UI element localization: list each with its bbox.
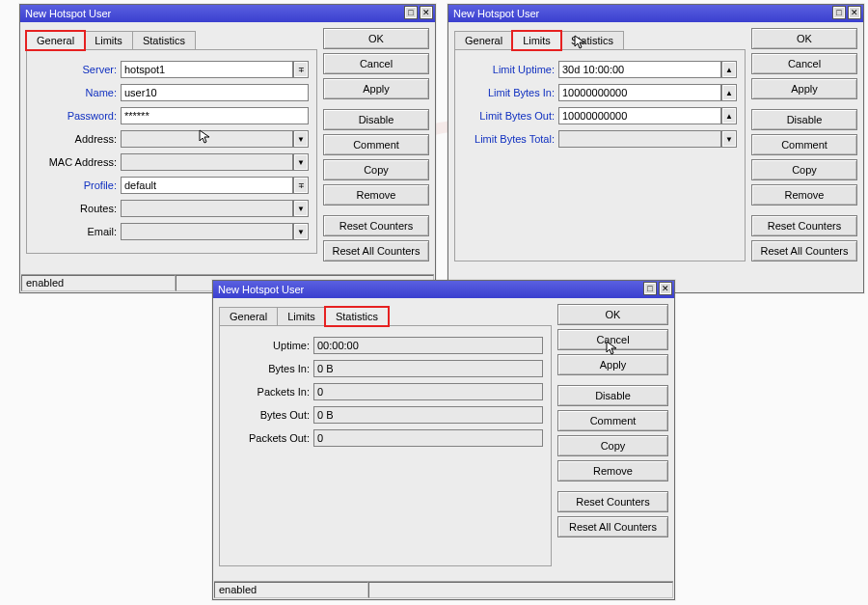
name-input[interactable] [121, 84, 309, 101]
stats-panel: Uptime: Bytes In: Packets In: Bytes Out:… [219, 325, 552, 566]
routes-label: Routes: [35, 203, 117, 214]
remove-button[interactable]: Remove [751, 184, 857, 206]
reset-counters-button[interactable]: Reset Counters [751, 215, 857, 236]
name-label: Name: [35, 87, 117, 98]
copy-button[interactable]: Copy [323, 159, 429, 180]
reset-all-counters-button[interactable]: Reset All Counters [323, 240, 429, 261]
disable-button[interactable]: Disable [557, 385, 668, 406]
reset-counters-button[interactable]: Reset Counters [323, 215, 429, 236]
uptime-label: Uptime: [228, 340, 310, 351]
cancel-button[interactable]: Cancel [751, 53, 857, 74]
window-title: New Hotspot User [25, 8, 111, 19]
minimize-icon[interactable]: □ [643, 282, 657, 295]
reset-all-counters-button[interactable]: Reset All Counters [557, 516, 668, 537]
close-icon[interactable]: ✕ [659, 282, 672, 295]
ok-button[interactable]: OK [751, 28, 857, 49]
limit-bytestotal-input[interactable] [558, 130, 721, 148]
tab-general[interactable]: General [219, 307, 278, 326]
minimize-icon[interactable]: □ [404, 6, 418, 19]
comment-button[interactable]: Comment [751, 134, 857, 155]
packetsin-label: Packets In: [228, 386, 310, 398]
remove-button[interactable]: Remove [557, 460, 668, 481]
tab-bar: General Limits Statistics [219, 304, 552, 325]
status-text: enabled [21, 275, 176, 291]
status-text: enabled [214, 582, 368, 598]
apply-button[interactable]: Apply [751, 78, 857, 99]
email-label: Email: [35, 226, 117, 237]
mac-input[interactable] [121, 153, 293, 171]
titlebar[interactable]: New Hotspot User □ ✕ [213, 281, 674, 298]
chevron-down-icon[interactable]: ▼ [293, 223, 309, 240]
window-general: New Hotspot User □ ✕ General Limits Stat… [19, 4, 436, 293]
server-input[interactable] [121, 61, 293, 78]
limit-bytestotal-label: Limit Bytes Total: [463, 133, 555, 145]
dropdown-icon[interactable]: ∓ [293, 177, 309, 194]
reset-counters-button[interactable]: Reset Counters [557, 491, 668, 512]
tab-general[interactable]: General [454, 31, 513, 50]
limit-uptime-label: Limit Uptime: [463, 64, 555, 75]
tab-bar: General Limits Statistics [26, 28, 317, 49]
chevron-up-icon[interactable]: ▲ [721, 107, 737, 124]
chevron-up-icon[interactable]: ▲ [721, 84, 737, 101]
ok-button[interactable]: OK [557, 304, 668, 325]
bytesout-label: Bytes Out: [228, 409, 310, 421]
packetsin-value [313, 383, 543, 400]
close-icon[interactable]: ✕ [848, 6, 861, 19]
packetsout-value [313, 429, 543, 447]
tab-limits[interactable]: Limits [512, 31, 561, 50]
tab-statistics[interactable]: Statistics [325, 307, 389, 326]
limit-uptime-input[interactable] [558, 61, 721, 78]
comment-button[interactable]: Comment [323, 134, 429, 155]
chevron-up-icon[interactable]: ▲ [721, 61, 737, 78]
general-panel: Server: ∓ Name: Password: Address: ▼ [26, 49, 317, 254]
button-column: OK Cancel Apply Disable Comment Copy Rem… [323, 28, 429, 261]
bytesin-label: Bytes In: [228, 363, 310, 374]
button-column: OK Cancel Apply Disable Comment Copy Rem… [557, 304, 668, 566]
reset-all-counters-button[interactable]: Reset All Counters [751, 240, 857, 261]
remove-button[interactable]: Remove [323, 184, 429, 206]
window-title: New Hotspot User [453, 8, 539, 19]
apply-button[interactable]: Apply [323, 78, 429, 99]
limit-bytesin-input[interactable] [558, 84, 721, 101]
limit-bytesin-label: Limit Bytes In: [463, 87, 555, 98]
limit-bytesout-input[interactable] [558, 107, 721, 124]
tab-limits[interactable]: Limits [84, 31, 133, 50]
minimize-icon[interactable]: □ [832, 6, 846, 19]
server-label: Server: [35, 64, 117, 75]
titlebar[interactable]: New Hotspot User □ ✕ [448, 5, 863, 22]
profile-input[interactable] [121, 177, 293, 194]
tab-limits[interactable]: Limits [277, 307, 326, 326]
chevron-down-icon[interactable]: ▼ [293, 153, 309, 171]
close-icon[interactable]: ✕ [420, 6, 433, 19]
limits-panel: Limit Uptime: ▲ Limit Bytes In: ▲ Limit … [454, 49, 746, 261]
status-bar: enabled [214, 581, 673, 598]
status-empty [368, 582, 673, 598]
disable-button[interactable]: Disable [323, 109, 429, 130]
apply-button[interactable]: Apply [557, 354, 668, 375]
comment-button[interactable]: Comment [557, 410, 668, 431]
window-limits: New Hotspot User □ ✕ General Limits Stat… [448, 4, 864, 293]
password-label: Password: [35, 110, 117, 122]
routes-input[interactable] [121, 200, 293, 217]
disable-button[interactable]: Disable [751, 109, 857, 130]
cancel-button[interactable]: Cancel [557, 329, 668, 350]
chevron-down-icon[interactable]: ▼ [721, 130, 737, 148]
email-input[interactable] [121, 223, 293, 240]
dropdown-icon[interactable]: ∓ [293, 61, 309, 78]
tab-general[interactable]: General [26, 31, 85, 50]
button-column: OK Cancel Apply Disable Comment Copy Rem… [751, 28, 857, 261]
tab-statistics[interactable]: Statistics [132, 31, 196, 50]
copy-button[interactable]: Copy [557, 435, 668, 456]
password-input[interactable] [121, 107, 309, 124]
packetsout-label: Packets Out: [228, 432, 310, 444]
window-statistics: New Hotspot User □ ✕ General Limits Stat… [212, 280, 675, 600]
chevron-down-icon[interactable]: ▼ [293, 130, 309, 148]
tab-statistics[interactable]: Statistics [560, 31, 624, 50]
titlebar[interactable]: New Hotspot User □ ✕ [20, 5, 435, 22]
chevron-down-icon[interactable]: ▼ [293, 200, 309, 217]
cancel-button[interactable]: Cancel [323, 53, 429, 74]
limit-bytesout-label: Limit Bytes Out: [463, 110, 555, 122]
copy-button[interactable]: Copy [751, 159, 857, 180]
ok-button[interactable]: OK [323, 28, 429, 49]
address-input[interactable] [121, 130, 293, 148]
